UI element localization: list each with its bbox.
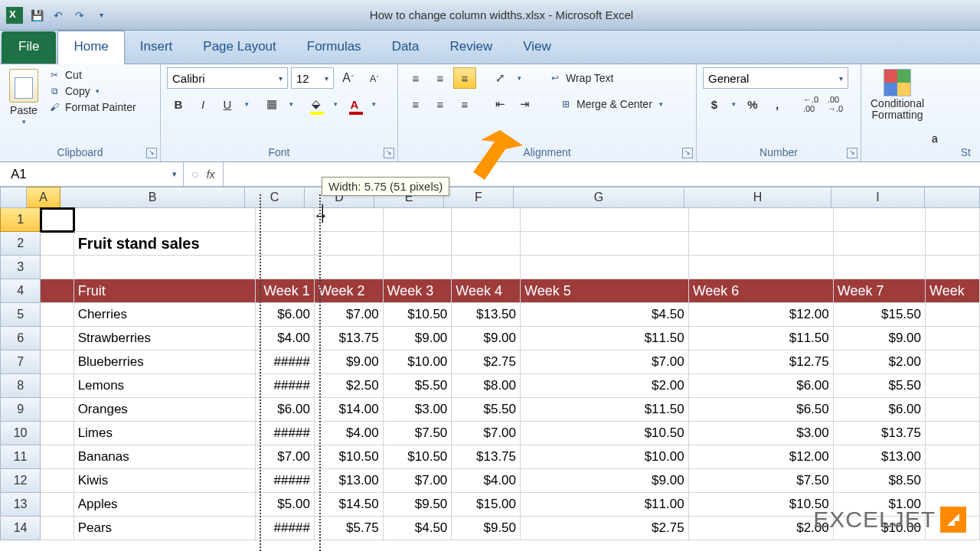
cell[interactable]	[452, 208, 521, 232]
cell[interactable]	[926, 374, 980, 398]
cell[interactable]	[926, 327, 980, 350]
font-color-button[interactable]: A	[343, 93, 366, 115]
increase-decimal-icon[interactable]: ←.0.00	[799, 93, 822, 115]
increase-indent-icon[interactable]: ⇥	[513, 93, 536, 115]
cut-button[interactable]: ✂Cut	[46, 67, 138, 83]
cell[interactable]: $7.00	[315, 303, 384, 327]
cell[interactable]	[315, 232, 384, 256]
cell[interactable]: $15.50	[834, 303, 926, 327]
paste-button[interactable]: Paste ▾	[6, 67, 41, 127]
cell[interactable]	[74, 208, 256, 232]
cell[interactable]: $5.50	[452, 398, 521, 422]
fruit-name[interactable]: Bananas	[74, 445, 256, 469]
save-icon[interactable]: 💾	[29, 8, 44, 23]
tab-review[interactable]: Review	[435, 31, 508, 64]
cell[interactable]	[41, 445, 74, 469]
fruit-name[interactable]: Kiwis	[74, 469, 256, 493]
col-header-blank[interactable]	[925, 187, 980, 208]
fruit-name[interactable]: Lemons	[74, 374, 256, 398]
cell[interactable]: $9.00	[384, 327, 452, 350]
cell[interactable]: $7.00	[384, 469, 452, 493]
cell[interactable]	[384, 256, 452, 279]
col-header-G[interactable]: G	[514, 187, 684, 208]
cell[interactable]: Week 7	[834, 279, 926, 303]
cell[interactable]	[384, 208, 452, 232]
cell[interactable]: Week 2	[315, 279, 384, 303]
cell[interactable]: $2.00	[834, 350, 926, 374]
cell[interactable]: $11.00	[521, 493, 689, 517]
cell[interactable]: $2.00	[521, 374, 689, 398]
fruit-name[interactable]: Strawberries	[74, 327, 256, 350]
cell[interactable]	[834, 232, 926, 256]
name-box[interactable]: A1 ▾	[0, 162, 184, 186]
col-header-H[interactable]: H	[684, 187, 831, 208]
fruit-name[interactable]: Blueberries	[74, 350, 256, 374]
font-size-combo[interactable]: 12▾	[291, 67, 334, 89]
clipboard-launcher[interactable]: ↘	[146, 148, 157, 158]
cell[interactable]: $5.50	[384, 374, 452, 398]
alignment-launcher[interactable]: ↘	[682, 148, 693, 158]
row-header-13[interactable]: 13	[0, 493, 41, 517]
decrease-indent-icon[interactable]: ⇤	[488, 93, 511, 115]
cell[interactable]: $4.00	[452, 469, 521, 493]
cell[interactable]: $6.50	[689, 398, 834, 422]
cell[interactable]: $8.00	[452, 374, 521, 398]
cell[interactable]	[41, 493, 74, 517]
fill-color-button[interactable]: ⬙	[305, 93, 328, 115]
fruit-name[interactable]: Cherries	[74, 303, 256, 327]
cell[interactable]: $3.00	[384, 398, 452, 422]
cell[interactable]: $13.75	[452, 445, 521, 469]
cell[interactable]	[41, 232, 74, 256]
cell[interactable]: #####	[256, 517, 315, 540]
cell[interactable]	[41, 517, 74, 540]
align-top-icon[interactable]: ≡	[404, 67, 427, 89]
sheet-title[interactable]: Fruit stand sales	[74, 232, 256, 256]
cell[interactable]: $5.50	[834, 374, 926, 398]
cell[interactable]	[926, 208, 980, 232]
format-painter-button[interactable]: 🖌Format Painter	[46, 99, 138, 115]
cell[interactable]	[689, 208, 834, 232]
align-middle-icon[interactable]: ≡	[429, 67, 452, 89]
bold-button[interactable]: B	[167, 93, 190, 115]
cell[interactable]: #####	[256, 374, 315, 398]
cell[interactable]: $5.75	[315, 517, 384, 540]
currency-icon[interactable]: $	[703, 93, 726, 115]
cell[interactable]	[452, 232, 521, 256]
cell[interactable]	[41, 374, 74, 398]
cell[interactable]: Week 6	[689, 279, 834, 303]
cell[interactable]: $13.75	[834, 422, 926, 445]
tab-formulas[interactable]: Formulas	[292, 31, 377, 64]
cell[interactable]	[256, 256, 315, 279]
borders-button[interactable]: ▦	[260, 93, 283, 115]
cell[interactable]	[926, 445, 980, 469]
cell[interactable]	[256, 208, 315, 232]
fontcolor-dd[interactable]: ▾	[368, 93, 380, 115]
cell[interactable]	[521, 208, 689, 232]
row-header-2[interactable]: 2	[0, 232, 41, 256]
fruit-name[interactable]: Apples	[74, 493, 256, 517]
cell[interactable]: #####	[256, 350, 315, 374]
underline-dd[interactable]: ▾	[240, 93, 253, 115]
cell[interactable]	[41, 422, 74, 445]
underline-button[interactable]: U	[216, 93, 239, 115]
cell[interactable]: $7.50	[384, 422, 452, 445]
cell[interactable]	[41, 469, 74, 493]
cell[interactable]: $4.00	[256, 327, 315, 350]
cell[interactable]	[926, 422, 980, 445]
select-all-corner[interactable]	[0, 187, 27, 208]
cell-A1[interactable]	[41, 208, 74, 232]
cell[interactable]	[689, 256, 834, 279]
cell[interactable]: $3.00	[689, 422, 834, 445]
cell[interactable]	[384, 232, 452, 256]
cell[interactable]: Week	[926, 279, 980, 303]
cell[interactable]: Fruit	[74, 279, 256, 303]
cell[interactable]: $10.50	[384, 445, 452, 469]
col-header-C[interactable]: C	[245, 187, 305, 208]
cell[interactable]: $12.00	[689, 445, 834, 469]
font-launcher[interactable]: ↘	[384, 148, 394, 158]
cell[interactable]	[834, 256, 926, 279]
cell[interactable]	[834, 208, 926, 232]
italic-button[interactable]: I	[191, 93, 214, 115]
tab-insert[interactable]: Insert	[125, 31, 188, 64]
cell[interactable]	[41, 327, 74, 350]
